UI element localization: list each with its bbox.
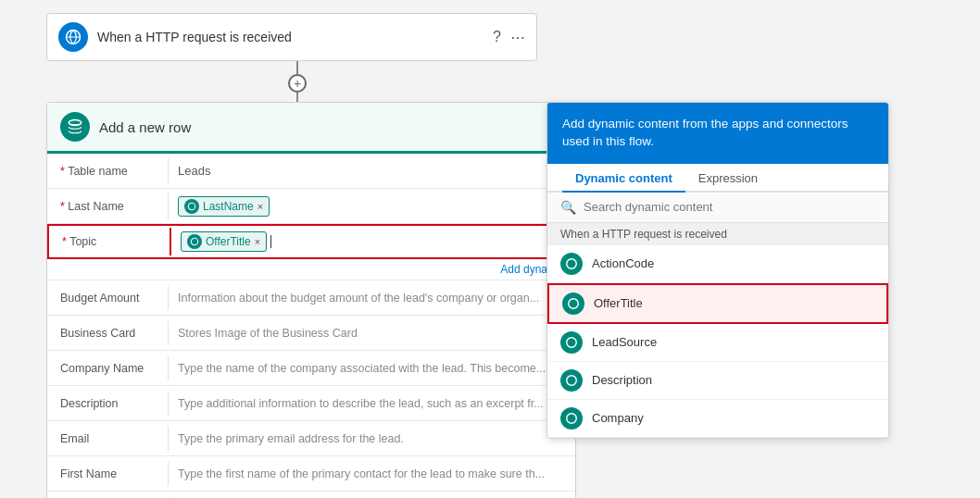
http-card-title: When a HTTP request is received: [97, 30, 484, 44]
http-icon: [58, 22, 88, 52]
last-name-tag-label: LastName: [203, 200, 254, 213]
company-name-label: Company Name: [47, 355, 168, 382]
http-trigger-card: When a HTTP request is received ? ⋯: [46, 13, 537, 61]
add-dynamic-row: Add dynam...: [47, 259, 575, 280]
description-value[interactable]: Type additional information to describe …: [168, 392, 575, 416]
leadsource-icon: [560, 331, 583, 354]
job-title-label: Job Title: [47, 495, 168, 499]
dynamic-content-panel: Add dynamic content from the apps and co…: [547, 102, 889, 439]
topic-tag: OfferTitle ×: [181, 231, 267, 252]
company-icon: [560, 407, 583, 430]
http-card-actions: ? ⋯: [493, 29, 525, 46]
business-card-label: Business Card: [47, 319, 168, 347]
description-label: Description: [47, 390, 168, 417]
company-label: Company: [592, 411, 644, 425]
description-label: Description: [592, 373, 652, 387]
section-header: When a HTTP request is received: [547, 223, 888, 245]
last-name-tag: LastName ×: [178, 196, 270, 217]
first-name-row: First Name Type the first name of the pr…: [47, 456, 575, 492]
dynamic-item-company[interactable]: Company: [547, 400, 888, 438]
http-help-button[interactable]: ?: [493, 29, 501, 45]
table-name-value[interactable]: Leads: [168, 158, 575, 183]
company-name-row: Company Name Type the name of the compan…: [47, 351, 575, 386]
topic-field[interactable]: OfferTitle ×: [170, 228, 573, 255]
business-card-value[interactable]: Stores Image of the Business Card: [168, 321, 575, 345]
actioncode-icon: [560, 253, 583, 275]
svg-point-2: [188, 203, 195, 210]
http-more-button[interactable]: ⋯: [510, 29, 525, 46]
description-icon: [560, 369, 583, 392]
panel-tabs: Dynamic content Expression: [547, 164, 888, 193]
job-title-row: Job Title Type the job title of the prim…: [47, 492, 575, 498]
tab-expression[interactable]: Expression: [685, 164, 771, 193]
card-header: Add a new row: [47, 103, 575, 154]
offertitle-icon: [562, 293, 584, 315]
svg-point-6: [567, 338, 577, 348]
dynamic-item-actioncode[interactable]: ActionCode: [547, 245, 888, 283]
email-row: Email Type the primary email address for…: [47, 421, 575, 456]
last-name-tag-close[interactable]: ×: [258, 201, 263, 212]
tab-dynamic-content[interactable]: Dynamic content: [562, 164, 685, 193]
add-row-card: Add a new row Table name Leads Last Name…: [46, 102, 576, 498]
svg-point-5: [569, 299, 579, 309]
text-cursor: [270, 235, 271, 248]
dynamic-item-description[interactable]: Description: [547, 362, 888, 400]
offertitle-label: OfferTitle: [594, 296, 643, 310]
business-card-row: Business Card Stores Image of the Busine…: [47, 316, 575, 351]
svg-point-4: [567, 259, 577, 269]
svg-point-8: [567, 414, 577, 424]
budget-amount-value[interactable]: Information about the budget amount of t…: [168, 286, 575, 310]
form-body: Table name Leads Last Name LastName ×: [47, 154, 575, 498]
dynamic-item-offertitle[interactable]: OfferTitle: [547, 283, 888, 324]
add-step-button[interactable]: +: [288, 74, 307, 93]
table-name-label: Table name: [47, 157, 168, 185]
search-row: 🔍: [547, 193, 888, 223]
topic-tag-label: OfferTitle: [206, 235, 251, 248]
topic-row: Topic OfferTitle ×: [47, 224, 575, 259]
search-icon: 🔍: [560, 200, 576, 215]
topic-label: Topic: [49, 228, 170, 255]
first-name-value[interactable]: Type the first name of the primary conta…: [168, 462, 575, 486]
actioncode-label: ActionCode: [592, 256, 654, 270]
panel-header: Add dynamic content from the apps and co…: [547, 103, 888, 164]
topic-tag-close[interactable]: ×: [255, 236, 260, 247]
last-name-row: Last Name LastName ×: [47, 189, 575, 224]
budget-amount-label: Budget Amount: [47, 284, 168, 312]
search-input[interactable]: [584, 200, 875, 214]
table-name-row: Table name Leads: [47, 154, 575, 189]
leadsource-label: LeadSource: [592, 335, 657, 349]
last-name-field[interactable]: LastName ×: [168, 193, 575, 220]
budget-amount-row: Budget Amount Information about the budg…: [47, 280, 575, 316]
canvas: When a HTTP request is received ? ⋯ + Ad…: [0, 0, 980, 498]
last-name-label: Last Name: [47, 193, 168, 220]
topic-tag-icon: [187, 234, 202, 249]
svg-point-7: [567, 376, 577, 386]
svg-point-3: [191, 238, 198, 245]
email-value[interactable]: Type the primary email address for the l…: [168, 427, 575, 451]
email-label: Email: [47, 425, 168, 453]
description-row: Description Type additional information …: [47, 386, 575, 421]
first-name-label: First Name: [47, 460, 168, 488]
connector-line-top: [296, 61, 298, 74]
last-name-tag-icon: [184, 199, 199, 214]
card-title: Add a new row: [99, 119, 191, 135]
dataverse-icon: [60, 112, 90, 142]
dynamic-item-leadsource[interactable]: LeadSource: [547, 324, 888, 362]
company-name-value[interactable]: Type the name of the company associated …: [168, 356, 575, 380]
